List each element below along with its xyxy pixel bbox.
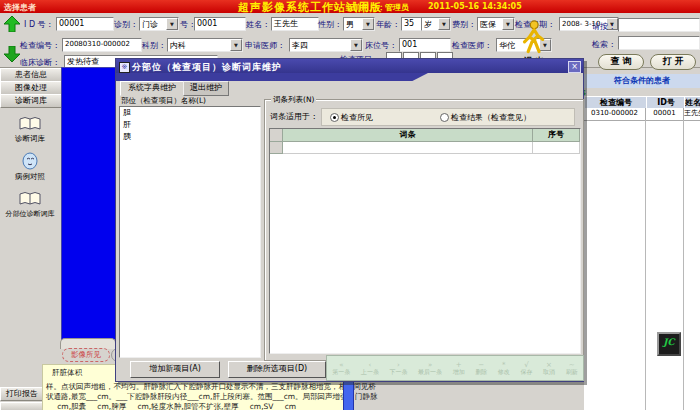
chevron-down-icon[interactable] [438, 18, 450, 30]
nav-save-button[interactable]: √保存 [520, 361, 532, 375]
nav-last-button[interactable]: »最后一条 [418, 361, 442, 375]
query-button[interactable]: 查 询 [598, 54, 644, 70]
name-input[interactable]: 王先生 [271, 17, 319, 31]
grid-col-index[interactable]: 序号 [533, 129, 580, 142]
term-list-groupbox: 词条列表(N) 词条适用于： 检查所见 检查结果（检查意见） 词条 序号 [264, 99, 584, 361]
datetime-label: 2011-05-16 14:34:05 [428, 2, 522, 11]
nav-next-button[interactable]: ›下一条 [389, 361, 407, 375]
bed-no-label: 床位号： [365, 40, 397, 51]
sex-select[interactable]: 男 [343, 17, 375, 31]
exit-person-icon[interactable] [517, 20, 549, 54]
age-label: 年龄： [376, 19, 400, 30]
current-user-label: 当前用户：管理员 [345, 2, 409, 13]
sidebar-item-image-processing[interactable]: 图像处理 [0, 81, 62, 95]
bed-no-input[interactable]: 001 [399, 38, 451, 52]
sidebar-item-partial[interactable] [0, 402, 44, 410]
table-row[interactable]: 00001 [646, 108, 684, 121]
sidebar-item-diagnosis-dict[interactable]: 诊断词库 [0, 94, 62, 108]
dialog-icon: ※ [119, 62, 130, 73]
list-item[interactable]: 肝 [120, 119, 260, 131]
age-unit-select[interactable]: 岁 [421, 17, 451, 31]
dialog-title: 分部位（检查项目）诊断词库维护 [132, 61, 282, 74]
chevron-down-icon[interactable] [230, 39, 242, 51]
fee-select[interactable]: 医保 [477, 17, 515, 31]
visit-no-input[interactable]: 0001 [194, 17, 246, 31]
exam-no-label: 检查编号： [20, 40, 60, 51]
applies-strip: 检查所见 检查结果（检查意见） [321, 108, 575, 126]
sidebar-item-label: 分部位诊断词库 [0, 209, 60, 219]
select-patient-label[interactable]: 选择患者 [4, 2, 36, 13]
search-label: 检索： [592, 39, 616, 50]
radio-label[interactable]: 检查结果（检查意见） [451, 112, 531, 123]
search-input[interactable] [618, 36, 700, 50]
list-item[interactable]: 胆 [120, 107, 260, 119]
chevron-down-icon[interactable] [502, 18, 514, 30]
close-icon[interactable]: × [568, 61, 581, 73]
term-grid[interactable]: 词条 序号 [269, 128, 581, 354]
radio-exam-result[interactable] [440, 113, 449, 122]
grid-col-term[interactable]: 词条 [283, 129, 533, 142]
req-doctor-select[interactable]: 李四 [289, 38, 363, 52]
dialog-banner [116, 73, 428, 81]
sex-label: 性别： [318, 19, 342, 30]
scrollbar[interactable] [343, 381, 354, 410]
grid-empty-cell[interactable] [283, 142, 533, 154]
chevron-down-icon[interactable] [350, 39, 362, 51]
list-item[interactable]: 胰 [120, 131, 260, 143]
jc-logo: JC [657, 332, 681, 356]
fee-label: 费别： [452, 19, 476, 30]
image-findings-button[interactable]: 影像所见 [62, 348, 110, 362]
qingan-input[interactable] [618, 18, 700, 32]
nav-refresh-button[interactable]: ~刷新 [566, 361, 578, 375]
req-doctor-label: 申请医师： [245, 40, 285, 51]
nav-add-button[interactable]: +增加 [453, 361, 465, 375]
nav-first-button[interactable]: «第一条 [332, 361, 350, 375]
table-row[interactable]: 王先生 [684, 108, 700, 121]
exam-no-input[interactable]: 20080310-000002 [62, 38, 142, 52]
patient-table: 检查编号 ID号 姓名 0310-000002 00001 王先生 [584, 96, 700, 410]
radio-exam-findings[interactable] [330, 113, 339, 122]
clinical-diag-label: 临床诊断： [20, 57, 60, 68]
delete-item-button[interactable]: 删除所选项目(D) [228, 361, 326, 378]
sidebar-item-print-report[interactable]: 打印报告 [0, 387, 44, 401]
nav-edit-button[interactable]: *修改 [498, 361, 510, 375]
part-list-label: 部位（检查项目）名称(L) [121, 96, 206, 106]
id-input[interactable]: 00001 [56, 17, 114, 31]
nav-prev-button[interactable]: ‹上一条 [361, 361, 379, 375]
dictionary-book-icon [19, 191, 41, 207]
report-line: 状通路,最宽___cm。___下腔静脉肝段内径___cm,肝上段闭塞。范围___… [46, 392, 378, 402]
exam-doctor-label: 检查医师： [452, 40, 492, 51]
tab-exit-maintain[interactable]: 退出维护 [183, 81, 229, 96]
dept-select[interactable]: 内科 [167, 38, 243, 52]
case-face-icon [21, 152, 39, 170]
report-line: 样。点状回声增粗，不均匀。肝静脉汇入下腔静脉开口处显示不清，三支肝静脉相增宽，相… [46, 382, 376, 392]
report-line: ___cm,胆囊___cm,脾厚___cm,轻度水肿,胆管不扩张,壁厚___cm… [46, 402, 296, 410]
nav-delete-button[interactable]: −删除 [475, 361, 487, 375]
open-button[interactable]: 打 开 [650, 54, 696, 70]
chevron-down-icon[interactable] [362, 18, 374, 30]
add-item-button[interactable]: 增加新项目(A) [130, 361, 220, 378]
report-line: 肝脏体积 [52, 368, 82, 378]
visit-type-select[interactable]: 门诊 [139, 17, 179, 31]
age-input[interactable]: 35 [401, 17, 423, 31]
visit-type-label: 诊别： [114, 19, 138, 30]
patient-list-panel[interactable] [61, 67, 119, 340]
app-titlebar: 选择患者 超声影像系统工作站试用版 当前用户：管理员 2011-05-16 14… [0, 0, 700, 13]
applies-to-label: 词条适用于： [270, 111, 318, 122]
chevron-down-icon[interactable] [166, 18, 178, 30]
table-row[interactable]: 0310-000002 [584, 108, 646, 121]
green-down-arrow-icon[interactable] [4, 46, 20, 62]
matching-patients-header: 符合条件的患者 [584, 74, 700, 88]
app-window: 选择患者 超声影像系统工作站试用版 当前用户：管理员 2011-05-16 14… [0, 0, 700, 410]
part-listbox[interactable]: 胆 肝 胰 [119, 106, 261, 358]
nav-cancel-button[interactable]: ×取消 [543, 361, 555, 375]
tab-system-dict[interactable]: 系统字典维护 [120, 81, 184, 96]
dept-label: 科别： [142, 40, 166, 51]
row-selector-cell [270, 129, 283, 142]
row-selector-cell[interactable] [270, 142, 283, 154]
grid-empty-cell[interactable] [533, 142, 580, 154]
dialog-titlebar[interactable]: ※ 分部位（检查项目）诊断词库维护 × [116, 59, 583, 73]
green-up-arrow-icon[interactable] [4, 16, 20, 32]
radio-label[interactable]: 检查所见 [341, 112, 373, 123]
sidebar-item-patient-info[interactable]: 患者信息 [0, 68, 62, 82]
